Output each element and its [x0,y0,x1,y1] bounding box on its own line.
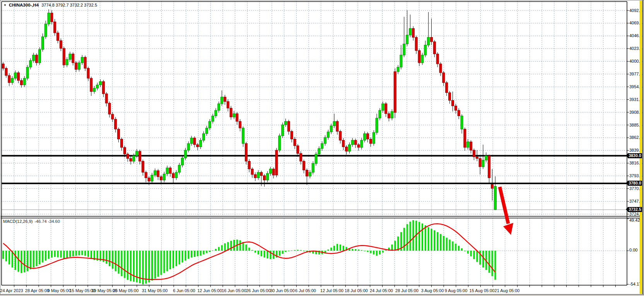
macd-histogram-bar [221,245,223,251]
macd-histogram-bar [54,251,56,257]
macd-histogram-bar [340,245,341,251]
candle-body [367,133,369,139]
candle-body [342,140,345,147]
support-price-tag[interactable]: 3780.0 [628,181,642,186]
candle-body [397,67,399,72]
macd-histogram-bar [449,240,451,251]
macd-histogram-bar [33,251,34,267]
time-axis-label: 9 Aug 05:00 [445,288,468,293]
macd-histogram-bar [394,241,396,251]
macd-histogram-bar [169,251,171,269]
candle-body [227,101,229,108]
candle-body [278,136,281,150]
candle-body [196,145,199,147]
candle-body [257,172,260,178]
macd-histogram-bar [24,251,25,272]
candle-body [75,63,77,69]
candle-body [421,55,424,63]
macd-histogram-bar [9,251,10,264]
candle-body [200,140,202,147]
resistance-price-tag[interactable]: 3830.0 [628,153,642,158]
time-axis-label: 12 Jun 05:00 [197,288,222,293]
macd-histogram-bar [370,251,371,253]
candle-body [251,169,253,175]
candle-body [242,128,244,144]
macd-histogram-bar [15,251,16,270]
macd-histogram-bar [473,251,475,259]
candle-body [269,169,272,173]
macd-histogram-bar [422,224,423,251]
macd-histogram-bar [266,251,268,258]
macd-histogram-bar [397,236,399,251]
candle-body [464,129,466,147]
candle-body [93,88,96,92]
candle-body [454,106,457,110]
candle-body [494,186,496,209]
macd-histogram-bar [224,243,225,251]
macd-histogram-bar [188,251,189,259]
candle-body [175,172,178,178]
macd-histogram-bar [403,228,405,251]
candle-body [72,54,74,63]
candle-body [202,133,205,140]
candle-body [260,172,263,176]
macd-histogram-bar [63,251,65,259]
window-top-border [0,0,644,0]
candle-body [324,137,326,144]
candle-body [205,128,208,133]
candle-body [339,131,342,140]
candle-body [142,161,144,173]
macd-histogram-bar [358,250,359,251]
candle-body [78,63,80,69]
candle-body [87,68,89,78]
macd-histogram-bar [69,251,71,257]
candle-body [345,147,348,151]
time-axis-label: 26 Jun 05:00 [246,288,271,293]
macd-indicator-label: MACD(12,26,9)-46.74 -34.60 [3,219,60,224]
candle-body [482,160,484,167]
macd-histogram-bar [215,249,217,251]
candle-body [442,73,445,83]
candle-body [151,175,153,181]
macd-histogram-bar [109,251,110,266]
macd-histogram-bar [476,251,478,262]
candle-body [32,55,35,60]
macd-name: MACD(12,26,9) [3,219,32,224]
candle-body [394,72,396,113]
candle-body [60,41,62,48]
candle-body [36,55,38,63]
macd-histogram-bar [179,251,180,264]
candle-body [8,75,10,83]
macd-histogram-bar [410,222,411,251]
trend-arrow-head[interactable] [503,223,513,235]
candle-body [306,170,308,176]
candle-body [114,119,117,129]
macd-histogram-bar [87,251,89,257]
candle-body [391,111,393,118]
macd-histogram-bar [81,251,83,255]
macd-histogram-bar [106,251,107,264]
macd-histogram-bar [230,241,232,251]
chart-canvas[interactable] [0,0,644,296]
candle-body [181,158,184,165]
macd-histogram-bar [288,251,289,251]
candle-body [439,64,442,73]
macd-histogram-bar [261,251,262,256]
macd-histogram-bar [489,251,490,273]
macd-histogram-bar [333,246,335,251]
candle-body [430,37,432,41]
macd-histogram-bar [492,251,493,276]
time-axis-label: 21 Aug 05:00 [495,288,520,293]
candle-body [130,159,132,161]
macd-histogram-bar [327,250,329,251]
macd-histogram-bar [407,224,408,251]
candle-body [111,114,114,119]
candle-body [163,174,165,180]
macd-histogram-bar [467,251,469,253]
candle-body [57,33,59,41]
candle-body [385,104,387,114]
time-axis-label: 12 Jul 05:00 [320,288,343,293]
dropdown-triangle-icon[interactable]: ▼ [3,3,7,7]
macd-histogram-bar [173,251,174,268]
macd-signal-line [3,224,495,279]
